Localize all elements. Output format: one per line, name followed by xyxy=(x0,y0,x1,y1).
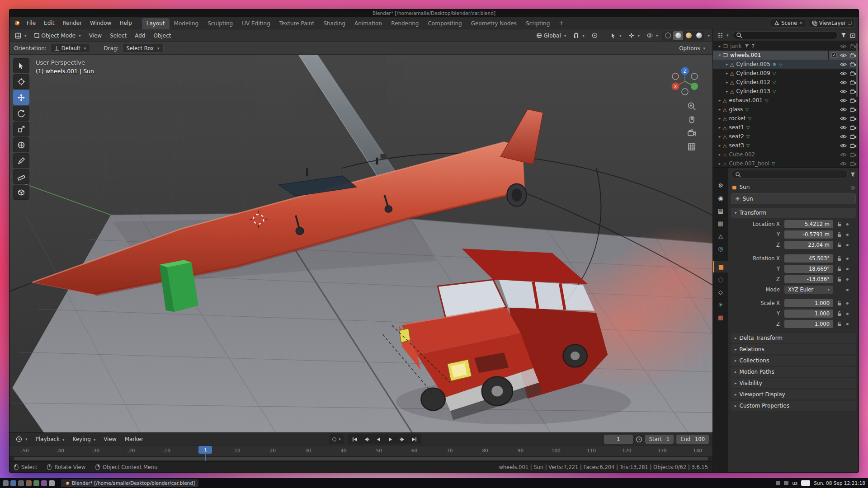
taskbar-window-button[interactable]: Blender* [/home/amalie/Desktop/blender/c… xyxy=(61,479,198,487)
window-titlebar[interactable]: Blender* [/home/amalie/Desktop/blender/c… xyxy=(9,9,859,17)
new-view-layer-icon[interactable]: ❏ xyxy=(848,20,852,25)
animate-dot[interactable] xyxy=(846,323,849,325)
tray-icon-1[interactable] xyxy=(776,481,780,485)
camera-visibility-icon[interactable] xyxy=(850,152,857,157)
preview-range-clock-icon[interactable] xyxy=(636,436,642,443)
properties-tab-texture[interactable]: ▩ xyxy=(713,311,728,323)
launcher-icon-2[interactable] xyxy=(10,480,16,486)
panel-viewport-display[interactable]: ▸Viewport Display xyxy=(731,389,856,399)
annotate-tool[interactable] xyxy=(13,153,29,168)
outliner-editor-type-button[interactable]: ▾ xyxy=(716,31,730,39)
outliner-item-cylinder-012[interactable]: ▸△Cylinder.012▽ xyxy=(713,78,859,87)
filter-icon[interactable] xyxy=(840,32,847,38)
3d-viewport-canvas[interactable] xyxy=(9,55,712,432)
collection-checkbox[interactable]: ✓ xyxy=(831,52,837,58)
workspace-tab-scripting[interactable]: Scripting xyxy=(521,18,554,29)
outliner-item-rocket[interactable]: ▸△rocket▽ xyxy=(713,114,859,123)
jump-to-start-button[interactable] xyxy=(350,435,361,443)
outliner-item-glass[interactable]: ▸△glass▽ xyxy=(713,105,859,114)
properties-filter-icon[interactable] xyxy=(850,172,856,178)
auto-keying-button[interactable]: ▾ xyxy=(330,434,344,444)
new-collection-icon[interactable] xyxy=(849,32,856,38)
eye-icon[interactable] xyxy=(840,44,847,49)
ortho-toggle-icon[interactable] xyxy=(687,142,696,151)
camera-visibility-icon[interactable] xyxy=(850,116,857,121)
camera-visibility-icon[interactable] xyxy=(850,107,857,112)
eye-icon[interactable] xyxy=(840,98,847,103)
transform-tool[interactable] xyxy=(13,137,29,152)
select-box-tool[interactable] xyxy=(13,58,29,73)
viewport-menu-view[interactable]: View xyxy=(85,31,105,40)
launcher-icon-3[interactable] xyxy=(18,480,24,486)
outliner-item-seat1[interactable]: ▸△seat1▽ xyxy=(713,123,859,132)
outliner-item-wheels-001[interactable]: ▾wheels.001✓ xyxy=(713,51,859,60)
disclosure-triangle[interactable]: ▸ xyxy=(717,44,723,48)
properties-tab-view-layer[interactable]: ▥ xyxy=(713,217,728,229)
frame-end-field[interactable]: End 100 xyxy=(676,435,709,444)
timeline-ruler-area[interactable]: -50-40-30-20-101020304050607080901001101… xyxy=(9,446,712,461)
outliner-item-cylinder-005[interactable]: ▸△Cylinder.005⚙▽ xyxy=(713,60,859,69)
properties-tab-tool[interactable]: ⚙ xyxy=(713,179,728,191)
eye-icon[interactable] xyxy=(840,134,847,139)
pin-icon[interactable]: ◎ xyxy=(850,184,855,190)
lock-icon[interactable] xyxy=(835,277,843,282)
camera-visibility-icon[interactable] xyxy=(850,125,857,130)
shading-dropdown[interactable]: ▾ xyxy=(708,33,710,38)
disclosure-triangle[interactable]: ▸ xyxy=(717,143,723,148)
measure-tool[interactable] xyxy=(13,169,29,184)
workspace-tab-sculpting[interactable]: Sculpting xyxy=(203,18,237,29)
view-layer-selector[interactable]: ViewLayer ❏ xyxy=(809,19,855,28)
menu-window[interactable]: Window xyxy=(86,19,115,28)
lock-icon[interactable] xyxy=(835,232,843,237)
timeline-menu-playback[interactable]: Playback ▾ xyxy=(32,435,68,444)
eye-icon[interactable] xyxy=(840,125,847,130)
animate-dot[interactable] xyxy=(846,302,849,305)
camera-visibility-icon[interactable] xyxy=(850,44,857,49)
shading-material-button[interactable] xyxy=(684,31,693,40)
outliner-item-cylinder-009[interactable]: ▸△Cylinder.009▽ xyxy=(713,69,859,78)
workspace-tab-compositing[interactable]: Compositing xyxy=(423,18,466,29)
proportional-editing-toggle[interactable] xyxy=(589,31,600,40)
eye-icon[interactable] xyxy=(840,89,847,94)
outliner-search-field[interactable] xyxy=(733,31,838,39)
properties-tab-world[interactable]: ◎ xyxy=(713,243,728,254)
frame-start-field[interactable]: Start 1 xyxy=(645,435,674,444)
disclosure-triangle[interactable]: ▸ xyxy=(717,98,723,103)
disclosure-triangle[interactable]: ▸ xyxy=(717,161,723,166)
eye-icon[interactable] xyxy=(840,152,847,157)
outliner-item-seat3[interactable]: ▸△seat3▽ xyxy=(713,141,859,150)
lock-icon[interactable] xyxy=(835,311,843,316)
menu-help[interactable]: Help xyxy=(116,19,135,28)
properties-tab-output[interactable]: ▤ xyxy=(713,205,728,216)
disclosure-triangle[interactable]: ▾ xyxy=(717,53,723,57)
lock-icon[interactable] xyxy=(835,300,843,306)
launcher-icon-7[interactable] xyxy=(49,480,55,486)
menu-render[interactable]: Render xyxy=(59,19,85,28)
value-field-z[interactable]: 23.04 m xyxy=(784,241,833,249)
animate-dot[interactable] xyxy=(846,258,849,260)
outliner-item-seat2[interactable]: ▸△seat2▽ xyxy=(713,132,859,141)
workspace-tab-shading[interactable]: Shading xyxy=(319,18,350,29)
lock-icon[interactable] xyxy=(835,321,843,327)
animate-dot[interactable] xyxy=(846,289,849,291)
panel-custom-properties[interactable]: ▸Custom Properties xyxy=(731,401,856,411)
workspace-tab-geometry-nodes[interactable]: Geometry Nodes xyxy=(467,18,521,29)
launcher-icon-5[interactable] xyxy=(33,480,39,486)
current-frame-field[interactable]: 1 xyxy=(604,435,633,444)
transform-orientation-dropdown[interactable]: Global ▾ xyxy=(533,31,569,40)
workspace-tab-modeling[interactable]: Modeling xyxy=(170,18,203,29)
timeline-editor-type-button[interactable]: ▾ xyxy=(13,435,30,444)
value-field-y[interactable]: 18.669° xyxy=(784,265,833,273)
animate-dot[interactable] xyxy=(846,223,849,225)
animate-dot[interactable] xyxy=(846,244,849,246)
eye-icon[interactable] xyxy=(840,71,847,76)
disclosure-triangle[interactable]: ▸ xyxy=(724,80,730,84)
timeline-menu-keying[interactable]: Keying ▾ xyxy=(69,435,99,444)
tray-icon-2[interactable] xyxy=(784,481,788,485)
gizmo-y-axis[interactable] xyxy=(691,83,698,90)
shading-wireframe-button[interactable] xyxy=(663,31,673,40)
disclosure-triangle[interactable]: ▸ xyxy=(717,125,723,130)
disclosure-triangle[interactable]: ▸ xyxy=(717,152,723,157)
timeline-menu-marker[interactable]: Marker xyxy=(121,435,147,444)
playhead-marker[interactable]: 1 xyxy=(198,446,212,454)
